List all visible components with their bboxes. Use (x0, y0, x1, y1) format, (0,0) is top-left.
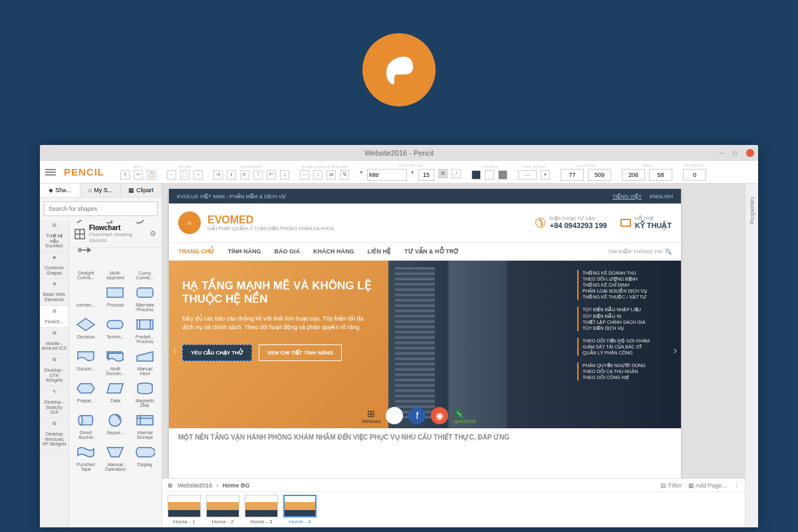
italic-button[interactable]: I (452, 169, 461, 178)
same-height-button[interactable]: ↕ (313, 170, 323, 180)
shape-stencil[interactable]: Manual Operation (101, 442, 129, 473)
zoom-out-button[interactable]: − (167, 170, 176, 180)
shape-stencil[interactable]: Decision (72, 315, 100, 345)
category-item[interactable]: ◈Common Shapes (40, 252, 68, 279)
hero-description: Đầy đủ các báo cáo thống kê với tính lin… (182, 315, 375, 332)
font-size-input[interactable] (418, 169, 434, 181)
page-thumbnail[interactable]: Home - 1 (168, 495, 201, 525)
copy-button[interactable]: ⎘ (120, 170, 130, 180)
zoom-in-button[interactable]: + (194, 170, 203, 180)
hamburger-menu[interactable] (45, 169, 56, 176)
size-h-input[interactable] (649, 169, 672, 181)
loc-y-input[interactable] (588, 169, 611, 181)
category-item[interactable]: ⊞Flowch... (40, 306, 68, 328)
svg-rect-7 (107, 288, 123, 297)
font-select[interactable] (367, 169, 407, 181)
size-w-input[interactable] (622, 169, 645, 181)
pencil-logo (362, 33, 436, 106)
mockup-search: TÌM KIẾM THÔNG TIN🔍 (608, 249, 672, 255)
paste-button[interactable]: 📋 (147, 170, 156, 180)
line-weight-button[interactable]: ▾ (541, 170, 550, 180)
zoom-reset-button[interactable]: ⬚ (180, 170, 190, 180)
shape-stencil[interactable]: Punched Tape (72, 442, 100, 473)
align-middle-button[interactable]: ⊢ (267, 170, 276, 180)
shape-stencil[interactable]: Curvy Conne... (131, 251, 159, 281)
close-button[interactable] (746, 149, 754, 157)
align-top-button[interactable]: ⊤ (253, 170, 263, 180)
titlebar: Website2016 - Pencil − □ (40, 145, 758, 161)
line-style-button[interactable]: — (518, 170, 537, 180)
shape-stencil[interactable]: Direct Access (72, 410, 100, 441)
design-mockup[interactable]: EVOLUS VIỆT NAM - PHẦN MỀM & DỊCH VỤ TIẾ… (169, 189, 681, 478)
carousel-next-icon: › (674, 344, 677, 356)
category-item[interactable]: ⊞Desktop Windows XP Widgets (40, 418, 68, 450)
shape-stencil[interactable]: Prepar... (72, 378, 100, 409)
app-brand: PENCIL (64, 166, 104, 178)
shape-stencil[interactable]: Multi-segment (101, 251, 129, 281)
search-input[interactable] (44, 201, 158, 216)
page-thumbnail[interactable]: Home - 3 (245, 495, 278, 525)
loc-x-input[interactable] (561, 169, 584, 181)
app-window: Website2016 - Pencil − □ PENCIL EDIT ⎘ ✂… (40, 145, 758, 527)
tab-shapes[interactable]: ◈Sha... (40, 184, 80, 197)
shape-stencil[interactable]: Seque... (101, 410, 129, 441)
properties-panel-collapsed[interactable]: Properties (745, 184, 758, 527)
tab-mystuff[interactable]: ⌂My S... (80, 184, 121, 197)
bold-button[interactable]: B (438, 169, 448, 178)
align-bottom-button[interactable]: ⊥ (280, 170, 289, 180)
align-right-button[interactable]: ⫸ (240, 170, 249, 180)
layers-icon: ◈ (49, 187, 53, 194)
shape-stencil[interactable]: Multi Docum... (101, 346, 129, 377)
category-item[interactable]: ⊞Thiết kế mẫu EvoMed (40, 220, 68, 252)
align-center-button[interactable]: ⫿ (227, 170, 236, 180)
same-width-button[interactable]: ↔ (300, 170, 309, 180)
shape-stencil[interactable]: Termin... (101, 315, 129, 345)
shape-stencil[interactable]: Predefi... Process (131, 315, 159, 345)
mockup-subheading: MỘT NỀN TẢNG VẬN HÀNH PHÒNG KHÁM NHẮM ĐẾ… (169, 428, 681, 448)
align-left-button[interactable]: ⫷ (213, 170, 223, 180)
shape-stencil[interactable]: Magnetic Disk (131, 378, 159, 409)
shape-stencil[interactable]: Manual Input (131, 346, 159, 377)
minimize-button[interactable]: − (720, 150, 726, 156)
phone-icon: ✆ (535, 215, 546, 231)
category-item[interactable]: ⊕Basic Web Elements (40, 279, 68, 305)
filter-button[interactable]: ▤ Filter (660, 482, 682, 489)
carousel-prev-icon: ‹ (173, 344, 176, 356)
svg-point-18 (78, 416, 82, 425)
shape-stencil[interactable]: Data (101, 378, 129, 409)
svg-marker-23 (107, 448, 123, 457)
shape-stencil[interactable]: Docum... (72, 346, 100, 377)
more-icon[interactable]: ⋮ (733, 482, 739, 489)
add-page-button[interactable]: ▦ Add Page... (688, 482, 727, 489)
feature-group: THEO DÕI TIẾN ĐỘ GÓI KHÁMGIÁM SÁT TÀI CỦ… (577, 338, 676, 356)
page-thumbnail[interactable]: Home - 2 (206, 495, 239, 525)
space-h-button[interactable]: ⇄ (327, 170, 336, 180)
shape-stencil[interactable]: Process (101, 283, 129, 313)
fill-color-swatch[interactable] (471, 170, 481, 180)
category-item[interactable]: ⊞Desktop - GTK Widgets (40, 354, 68, 386)
stroke-color-swatch[interactable] (498, 170, 507, 180)
mockup-nav-item: KHÁCH HÀNG (313, 248, 354, 255)
category-item[interactable]: ✎Desktop - Sketchy GUI (40, 386, 68, 418)
svg-marker-9 (77, 319, 94, 331)
page-thumbnail[interactable]: Home - 4 (283, 495, 317, 525)
feature-group: THỐNG KÊ DOANH THUTHEO DÕI LƯỢNG BỆNHTHỐ… (577, 270, 676, 300)
shape-stencil[interactable]: Display (131, 442, 159, 473)
text-color-swatch[interactable] (485, 170, 494, 180)
cut-button[interactable]: ✂ (134, 170, 143, 180)
feature-group: TÙY BIẾN MẪU NHẬP LIỆUTÙY BIẾN MẪU INTHI… (577, 307, 676, 331)
shape-stencil[interactable]: connec... (72, 283, 100, 313)
svg-line-0 (77, 220, 92, 223)
rotation-input[interactable] (683, 169, 706, 181)
category-item[interactable]: ⊞Mobile - Android ICS (40, 328, 68, 354)
fedora-icon: f (408, 407, 426, 424)
breadcrumb-doc[interactable]: Website2016 (178, 482, 212, 489)
maximize-button[interactable]: □ (733, 150, 739, 156)
shape-stencil[interactable]: Internal Storage (131, 410, 159, 441)
breadcrumb-page[interactable]: Home BG (222, 482, 249, 489)
shape-stencil[interactable]: Alternate Process (131, 283, 159, 313)
mockup-topbar-text: EVOLUS VIỆT NAM - PHẦN MỀM & DỊCH VỤ (177, 194, 286, 200)
tab-clipart[interactable]: ▦Clipart (121, 184, 162, 197)
lang-en: ENGLISH (650, 194, 673, 200)
space-v-button[interactable]: ⇅ (340, 170, 349, 180)
